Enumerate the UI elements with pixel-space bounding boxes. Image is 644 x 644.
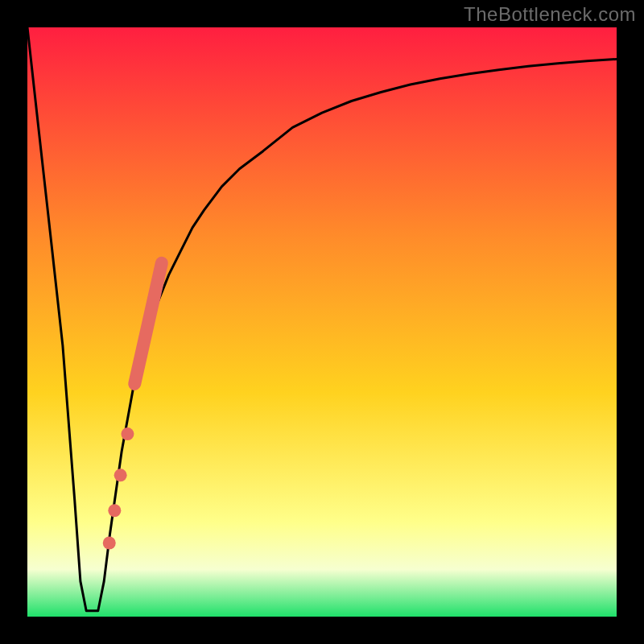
chart-stage: TheBottleneck.com: [0, 0, 644, 644]
dot-4: [103, 537, 116, 550]
dot-1: [121, 427, 134, 440]
plot-background: [27, 27, 617, 617]
bottleneck-plot: [0, 0, 644, 644]
watermark-text: TheBottleneck.com: [464, 3, 636, 26]
dot-3: [108, 504, 121, 517]
dot-2: [114, 469, 127, 481]
